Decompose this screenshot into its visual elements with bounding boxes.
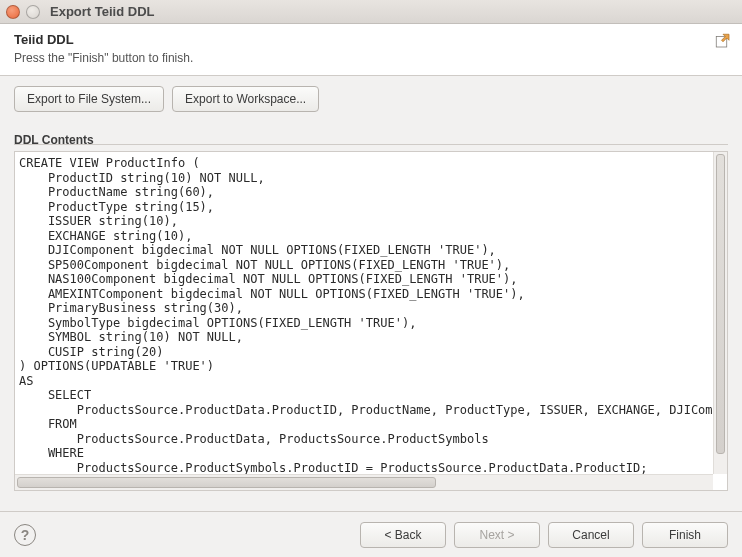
vertical-scroll-thumb[interactable] [716, 154, 725, 454]
wizard-body: Export to File System... Export to Works… [0, 76, 742, 491]
horizontal-scrollbar[interactable] [15, 474, 713, 490]
help-icon[interactable]: ? [14, 524, 36, 546]
help-icon-label: ? [21, 527, 30, 543]
next-button: Next > [454, 522, 540, 548]
export-icon [714, 32, 732, 50]
horizontal-scroll-thumb[interactable] [17, 477, 436, 488]
wizard-footer: ? < Back Next > Cancel Finish [0, 511, 742, 557]
cancel-button[interactable]: Cancel [548, 522, 634, 548]
ddl-section: CREATE VIEW ProductInfo ( ProductID stri… [14, 144, 728, 491]
vertical-scrollbar[interactable] [713, 152, 727, 474]
ddl-scroll-area[interactable]: CREATE VIEW ProductInfo ( ProductID stri… [15, 152, 713, 474]
window-title: Export Teiid DDL [50, 4, 154, 19]
page-subtitle: Press the "Finish" button to finish. [14, 51, 728, 65]
minimize-icon[interactable] [26, 5, 40, 19]
export-workspace-button[interactable]: Export to Workspace... [172, 86, 319, 112]
wizard-header: Teiid DDL Press the "Finish" button to f… [0, 24, 742, 76]
page-title: Teiid DDL [14, 32, 728, 47]
close-icon[interactable] [6, 5, 20, 19]
export-file-system-button[interactable]: Export to File System... [14, 86, 164, 112]
back-button[interactable]: < Back [360, 522, 446, 548]
ddl-contents-box: CREATE VIEW ProductInfo ( ProductID stri… [14, 151, 728, 491]
titlebar: Export Teiid DDL [0, 0, 742, 24]
finish-button[interactable]: Finish [642, 522, 728, 548]
ddl-text[interactable]: CREATE VIEW ProductInfo ( ProductID stri… [19, 156, 713, 474]
